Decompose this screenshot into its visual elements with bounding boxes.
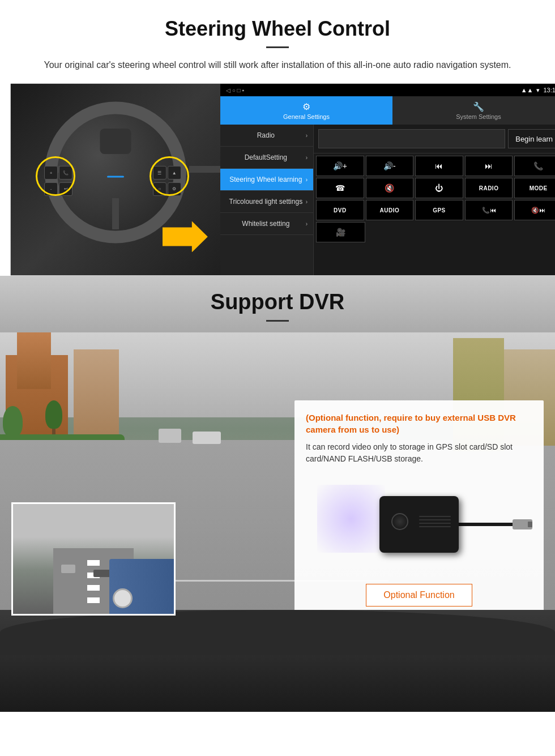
menu-radio-label: Radio [226,131,306,139]
menu-item-tricoloured[interactable]: Tricoloured light settings › [220,191,313,213]
controls-row-3: DVD AUDIO GPS 📞⏮ 🔇⏭ [316,200,555,220]
arrow-indicator [163,221,208,252]
highlight-right [150,156,189,196]
steering-subtitle: Your original car's steering wheel contr… [34,58,521,72]
menu-default-label: DefaultSetting [226,153,306,161]
btn-mute[interactable]: 🔇 [366,178,414,198]
camera-assembly [379,496,459,553]
chevron-radio: › [306,133,308,139]
optional-function-button[interactable]: Optional Function [366,584,472,606]
dvr-section: Support DVR (Optional function, require … [0,276,555,712]
wifi-icon: ▾ [536,87,540,94]
menu-tricoloured-label: Tricoloured light settings [226,198,306,206]
call-icon: 📞 [533,161,543,170]
menu-whitelist-label: Whitelist setting [226,220,306,228]
menu-item-whitelist[interactable]: Whitelist setting › [220,213,313,235]
dvr-card-text: It can record video only to storage in G… [306,441,532,465]
gear-icon: ⚙ [302,101,310,112]
vol-down-icon: 🔊- [383,161,396,170]
thumb-car-2 [93,570,110,577]
btn-next-track[interactable]: ⏭ [465,156,513,176]
steering-title: Steering Wheel Control [23,17,532,41]
tree-left-2 [45,400,62,437]
dvr-card-title: (Optional function, require to buy exter… [306,412,532,435]
gps-label: GPS [433,207,446,213]
btn-power[interactable]: ⏻ [415,178,463,198]
steering-demo-screenshot: + 📞 - ↩ ☰ ▲ ○ ⚙ ◁ ○ □ ▪ ▲▲ ▾ 13:13 [10,83,555,276]
steering-section: Steering Wheel Control Your original car… [0,0,555,72]
building-left-2 [17,332,51,389]
controls-row-4: 🎥 [316,222,555,242]
mute-next-icon: 🔇⏭ [531,207,545,214]
camera-vents [419,505,451,539]
radio-label: RADIO [479,185,499,191]
btn-gps[interactable]: GPS [415,200,463,220]
camera-body [379,496,459,553]
usb-connector [513,519,532,529]
controls-row-2: ☎ 🔇 ⏻ RADIO MODE [316,178,555,198]
dvr-divider [266,320,289,322]
mute-icon: 🔇 [385,183,394,193]
audio-label: AUDIO [380,207,400,213]
btn-vol-down[interactable]: 🔊- [366,156,414,176]
settings-list-area: Radio › DefaultSetting › Steering Wheel … [220,125,555,275]
btn-dvd[interactable]: DVD [316,200,364,220]
btn-hang-up[interactable]: ☎ [316,178,364,198]
steering-divider [266,46,289,48]
time-display: 13:13 [543,87,555,93]
tab-bar: ⚙ General Settings 🔧 System Settings [220,96,555,125]
usb-port [528,522,532,528]
learn-input-field[interactable] [318,129,505,148]
camera-lens [391,513,408,530]
menu-steering-label: Steering Wheel learning [226,176,306,183]
tab-system-settings[interactable]: 🔧 System Settings [392,96,555,125]
car-center [193,432,221,444]
settings-panel: Begin learn 🔊+ 🔊- ⏮ [314,125,555,275]
camera-btn-icon: 🎥 [336,228,345,237]
dashboard-bottom [0,610,555,712]
wheel-hub [100,129,131,154]
btn-call[interactable]: 📞 [514,156,555,176]
tab-system-label: System Settings [456,113,501,120]
optional-btn-container: Optional Function [306,578,532,606]
power-icon: ⏻ [435,183,443,193]
dvd-label: DVD [334,207,347,213]
dvr-preview-thumbnail [11,502,176,616]
dvr-info-card: (Optional function, require to buy exter… [294,400,544,618]
nav-back-icon: ◁ ○ □ ▪ [226,87,244,93]
chevron-default: › [306,155,308,161]
next-track-icon: ⏭ [485,161,493,170]
begin-learn-row: Begin learn [314,125,555,153]
btn-mute-next[interactable]: 🔇⏭ [514,200,555,220]
btn-call-prev[interactable]: 📞⏮ [465,200,513,220]
chevron-steering: › [306,177,308,183]
btn-prev-track[interactable]: ⏮ [415,156,463,176]
begin-learn-button[interactable]: Begin learn [508,129,555,148]
android-ui-panel: ◁ ○ □ ▪ ▲▲ ▾ 13:13 ⚙ General Settings 🔧 … [220,84,555,275]
settings-menu: Radio › DefaultSetting › Steering Wheel … [220,125,314,275]
chevron-tricoloured: › [306,199,308,205]
camera-cable [453,523,515,526]
controls-grid: 🔊+ 🔊- ⏮ ⏭ 📞 [314,153,555,245]
controls-row-1: 🔊+ 🔊- ⏮ ⏭ 📞 [316,156,555,176]
prev-track-icon: ⏮ [435,161,443,170]
btn-audio[interactable]: AUDIO [366,200,414,220]
wheel-accent [107,176,124,178]
vol-up-icon: 🔊+ [333,161,347,170]
btn-camera[interactable]: 🎥 [316,222,365,242]
menu-item-steering-wheel[interactable]: Steering Wheel learning › [220,169,313,191]
spoke-right [189,166,220,173]
btn-radio[interactable]: RADIO [465,178,513,198]
menu-item-radio[interactable]: Radio › [220,125,313,147]
hangup-icon: ☎ [335,183,345,193]
mode-label: MODE [530,185,548,191]
tab-general-settings[interactable]: ⚙ General Settings [220,96,392,125]
btn-mode[interactable]: MODE [514,178,555,198]
steering-wheel-photo: + 📞 - ↩ ☰ ▲ ○ ⚙ [11,84,220,275]
thumb-car-1 [61,565,75,573]
btn-vol-up[interactable]: 🔊+ [316,156,364,176]
call-prev-icon: 📞⏮ [482,207,496,214]
car-left [159,429,181,443]
menu-item-default[interactable]: DefaultSetting › [220,147,313,169]
dvr-title: Support DVR [23,290,532,314]
